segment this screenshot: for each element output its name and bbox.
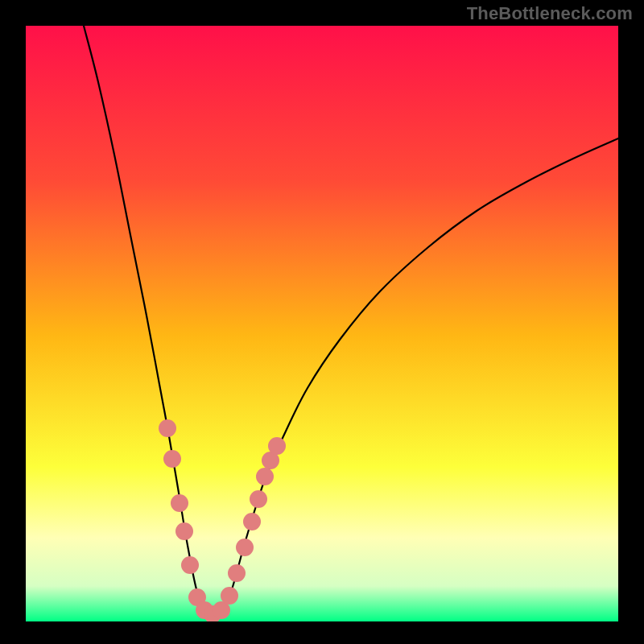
data-dot bbox=[250, 490, 267, 508]
data-dot bbox=[221, 587, 238, 605]
curve-svg bbox=[26, 26, 618, 621]
data-dot bbox=[256, 468, 274, 485]
data-dot bbox=[236, 539, 254, 556]
data-dot bbox=[163, 450, 181, 468]
data-dot bbox=[228, 564, 246, 582]
data-dot bbox=[243, 513, 261, 530]
data-dot bbox=[175, 522, 193, 540]
chart-container: TheBottleneck.com bbox=[0, 0, 644, 644]
data-dot bbox=[159, 419, 176, 437]
watermark-text: TheBottleneck.com bbox=[467, 3, 633, 24]
data-dot bbox=[181, 556, 199, 574]
data-dot bbox=[268, 437, 286, 455]
data-dot bbox=[171, 494, 188, 512]
bottleneck-curve-path bbox=[84, 26, 618, 615]
dots-group bbox=[159, 419, 286, 621]
plot-region bbox=[26, 26, 618, 621]
